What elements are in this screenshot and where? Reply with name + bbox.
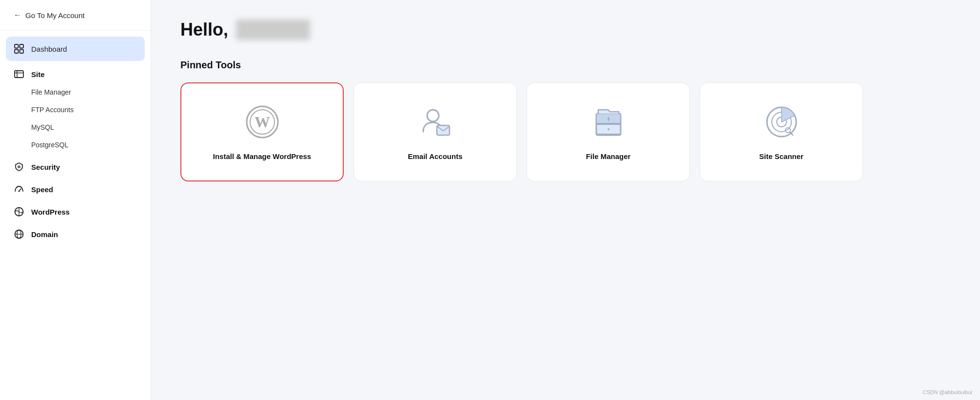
- wordpress-nav-label: WordPress: [31, 208, 70, 216]
- svg-rect-3: [20, 50, 24, 54]
- tool-card-file-manager[interactable]: File Manager: [527, 82, 690, 181]
- svg-point-7: [18, 166, 20, 168]
- svg-point-18: [427, 110, 439, 121]
- sidebar-item-security[interactable]: Security: [0, 154, 151, 176]
- site-scanner-icon: [762, 102, 801, 141]
- sidebar-item-dashboard[interactable]: Dashboard: [6, 37, 145, 61]
- domain-label: Domain: [31, 230, 58, 239]
- site-icon: [14, 69, 24, 80]
- pinned-tools-title: Pinned Tools: [180, 60, 951, 71]
- speed-label: Speed: [31, 185, 53, 194]
- sidebar-item-site[interactable]: Site: [0, 61, 151, 83]
- pinned-tools-grid: W Install & Manage WordPress Email Accou…: [180, 82, 863, 181]
- sidebar-item-postgresql[interactable]: PostgreSQL: [0, 136, 151, 154]
- svg-point-23: [608, 118, 609, 120]
- watermark: CSDN @abbuibuibui: [922, 389, 972, 395]
- site-label: Site: [31, 70, 45, 79]
- email-accounts-icon: [416, 102, 455, 141]
- tool-card-install-wordpress[interactable]: W Install & Manage WordPress: [180, 82, 344, 181]
- svg-rect-0: [15, 44, 19, 48]
- wordpress-nav-icon: [14, 206, 24, 217]
- svg-rect-2: [15, 50, 19, 54]
- domain-icon: [14, 229, 24, 240]
- sidebar: ← Go To My Account Dashboard: [0, 0, 151, 400]
- svg-rect-1: [20, 44, 24, 48]
- tool-card-site-scanner[interactable]: Site Scanner: [700, 82, 863, 181]
- sidebar-item-wordpress[interactable]: WordPress: [0, 199, 151, 221]
- sidebar-item-mysql[interactable]: MySQL: [0, 119, 151, 136]
- tool-label-email-accounts: Email Accounts: [408, 151, 463, 161]
- svg-text:W: W: [255, 113, 270, 131]
- sidebar-item-file-manager[interactable]: File Manager: [0, 83, 151, 101]
- greeting-name: yemrget!: [236, 20, 310, 40]
- greeting-heading: Hello, yemrget!: [180, 20, 951, 40]
- security-icon: [14, 161, 24, 172]
- tool-label-install-wordpress: Install & Manage WordPress: [213, 151, 311, 161]
- tool-card-email-accounts[interactable]: Email Accounts: [353, 82, 517, 181]
- go-back-label: Go To My Account: [25, 11, 84, 20]
- dashboard-label: Dashboard: [31, 45, 67, 53]
- sidebar-nav: Dashboard Site File Manager FTP Accounts…: [0, 31, 151, 249]
- sidebar-item-speed[interactable]: Speed: [0, 176, 151, 199]
- svg-point-25: [608, 128, 609, 130]
- svg-point-9: [19, 191, 20, 192]
- sidebar-item-domain[interactable]: Domain: [0, 221, 151, 243]
- tool-label-site-scanner: Site Scanner: [759, 151, 804, 161]
- greeting-text: Hello,: [180, 20, 228, 40]
- back-arrow-icon: ←: [14, 11, 21, 20]
- speed-icon: [14, 184, 24, 195]
- wordpress-tool-icon: W: [243, 102, 282, 141]
- sidebar-item-ftp-accounts[interactable]: FTP Accounts: [0, 101, 151, 119]
- tool-label-file-manager: File Manager: [586, 151, 631, 161]
- security-label: Security: [31, 163, 60, 171]
- svg-rect-4: [15, 71, 23, 78]
- dashboard-icon: [14, 43, 24, 54]
- file-manager-icon: [589, 102, 628, 141]
- main-content: Hello, yemrget! Pinned Tools W Install &…: [151, 0, 980, 400]
- go-back-link[interactable]: ← Go To My Account: [0, 0, 151, 31]
